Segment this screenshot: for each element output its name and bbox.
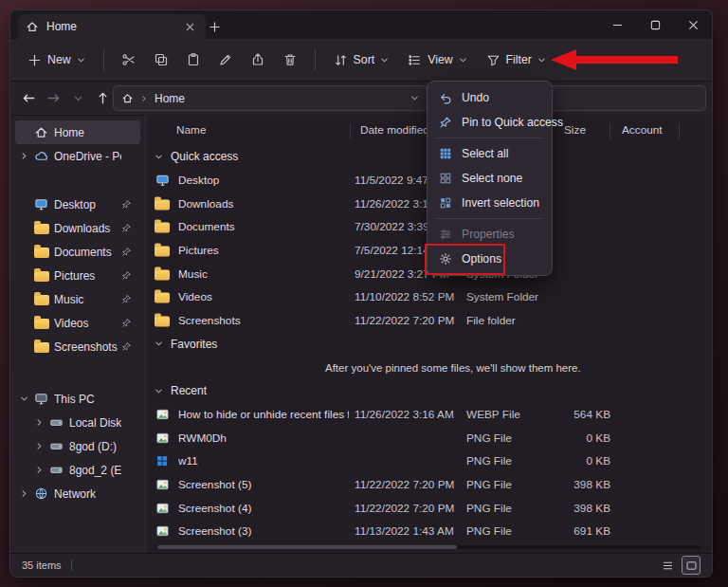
address-dropdown-icon[interactable]	[410, 94, 419, 102]
cut-button[interactable]	[115, 46, 143, 74]
thumbnail-view-icon[interactable]	[682, 556, 701, 575]
tab-home[interactable]: Home	[18, 14, 206, 39]
chevron-right-icon[interactable]	[20, 152, 28, 160]
titlebar[interactable]: Home	[10, 10, 712, 39]
file-name: How to hide or unhide recent files from …	[178, 408, 349, 421]
select-none-icon	[438, 172, 453, 185]
close-button[interactable]	[674, 10, 712, 39]
chevron-right-icon[interactable]	[35, 466, 44, 474]
up-button[interactable]	[90, 85, 115, 110]
sidebar-item-desktop[interactable]: Desktop	[15, 193, 140, 216]
address-bar[interactable]: Home	[113, 85, 428, 111]
file-row[interactable]: Screenshots 11/22/2022 7:20 PM File fold…	[146, 309, 708, 333]
file-row[interactable]: Screenshot (3) 11/13/2022 1:43 AM PNG Fi…	[146, 520, 708, 543]
filter-button[interactable]: Filter	[479, 47, 554, 73]
tab-close-icon[interactable]	[181, 18, 198, 35]
sidebar-item-onedrive[interactable]: OneDrive - Personal	[15, 144, 140, 168]
file-row[interactable]: Screenshot (4) 11/22/2022 7:20 PM PNG Fi…	[146, 496, 708, 520]
status-bar: 35 items	[10, 553, 712, 577]
new-button[interactable]: New	[20, 47, 93, 73]
home-icon	[26, 20, 39, 33]
pc-icon	[34, 392, 48, 406]
menu-item-select-none[interactable]: Select none	[428, 166, 552, 191]
sidebar-item-pictures[interactable]: Pictures	[15, 264, 140, 287]
pin-icon	[121, 318, 132, 328]
section-label: Recent	[171, 384, 207, 397]
minimize-button[interactable]	[598, 10, 636, 39]
sort-button[interactable]: Sort	[326, 47, 397, 73]
chevron-right-icon[interactable]	[35, 418, 44, 427]
sidebar-item-local-disk-c[interactable]: Local Disk (C:)	[15, 411, 140, 434]
file-name: Desktop	[178, 174, 349, 187]
pin-icon	[121, 294, 132, 304]
column-size[interactable]: Size	[564, 123, 586, 137]
chevron-down-icon[interactable]	[20, 394, 28, 403]
horizontal-scrollbar[interactable]	[155, 545, 701, 549]
column-name[interactable]: Name	[176, 123, 206, 137]
new-label: New	[47, 53, 71, 66]
file-row[interactable]: RWM0Dh PNG File 0 KB	[146, 426, 708, 449]
properties-icon	[438, 228, 453, 241]
sidebar-item-8god2-e[interactable]: 8god_2 (E:)	[15, 458, 140, 482]
back-button[interactable]	[16, 85, 41, 110]
sidebar-item-home[interactable]: Home	[15, 120, 140, 144]
home-icon	[121, 92, 134, 104]
chevron-right-icon[interactable]	[20, 489, 28, 498]
paste-button[interactable]	[179, 46, 208, 74]
status-divider	[71, 559, 72, 571]
sidebar-item-downloads[interactable]: Downloads	[15, 216, 140, 240]
filter-icon	[486, 53, 500, 67]
rename-button[interactable]	[211, 46, 240, 74]
sidebar-item-music[interactable]: Music	[15, 287, 140, 311]
menu-item-invert-selection[interactable]: Invert selection	[428, 191, 552, 215]
sidebar-item-screenshots[interactable]: Screenshots	[15, 335, 140, 358]
delete-button[interactable]	[276, 46, 304, 74]
sidebar-item-8god-d[interactable]: 8god (D:)	[15, 434, 140, 458]
details-view-icon[interactable]	[659, 557, 676, 574]
sidebar-item-videos[interactable]: Videos	[15, 311, 140, 335]
sidebar-item-network[interactable]: Network	[15, 482, 140, 505]
windows-logo-icon	[154, 454, 171, 468]
sidebar-label: Home	[54, 126, 121, 139]
view-icon	[408, 53, 422, 67]
favorites-empty-message: After you've pinned some files, we'll sh…	[146, 356, 708, 379]
breadcrumb-location[interactable]: Home	[155, 92, 185, 105]
file-date: 11/22/2022 7:20 PM	[355, 502, 461, 515]
view-button[interactable]: View	[400, 47, 474, 73]
forward-button[interactable]	[41, 85, 65, 110]
file-row[interactable]: w11 PNG File 0 KB	[146, 449, 708, 473]
menu-item-pin-to-quick-access[interactable]: Pin to Quick access	[428, 110, 552, 135]
file-size: 0 KB	[516, 454, 610, 468]
section-favorites[interactable]: Favorites	[146, 333, 708, 357]
share-button[interactable]	[244, 46, 272, 74]
chevron-down-icon	[77, 56, 85, 64]
maximize-button[interactable]	[636, 10, 674, 39]
section-recent[interactable]: Recent	[146, 379, 708, 403]
chevron-down-icon	[155, 339, 163, 348]
invert-selection-icon	[438, 196, 453, 210]
file-name: Screenshot (3)	[178, 524, 349, 538]
sidebar-label: Music	[54, 293, 121, 306]
file-size: 398 KB	[516, 502, 610, 515]
pin-icon	[121, 223, 132, 233]
new-tab-button[interactable]	[204, 17, 225, 36]
recent-locations-button[interactable]	[65, 85, 90, 110]
tab-title: Home	[46, 20, 77, 33]
file-row[interactable]: Videos 11/10/2022 8:52 PM System Folder	[146, 285, 708, 309]
menu-item-undo[interactable]: Undo	[428, 85, 552, 110]
image-file-icon	[154, 407, 171, 421]
column-date[interactable]: Date modified	[360, 123, 429, 137]
column-account[interactable]: Account	[622, 123, 663, 137]
file-name: Screenshots	[178, 314, 349, 327]
menu-item-select-all[interactable]: Select all	[428, 141, 552, 166]
chevron-right-icon[interactable]	[35, 442, 44, 450]
sidebar-item-documents[interactable]: Documents	[15, 240, 140, 264]
file-row[interactable]: Screenshot (5) 11/22/2022 7:20 PM PNG Fi…	[146, 473, 708, 497]
folder-icon	[34, 317, 49, 329]
select-all-icon	[438, 147, 453, 160]
file-row[interactable]: How to hide or unhide recent files from …	[146, 403, 708, 427]
copy-button[interactable]	[147, 46, 175, 74]
toolbar-separator	[315, 49, 316, 70]
drive-icon	[49, 415, 64, 430]
sidebar-item-this-pc[interactable]: This PC	[15, 387, 140, 411]
